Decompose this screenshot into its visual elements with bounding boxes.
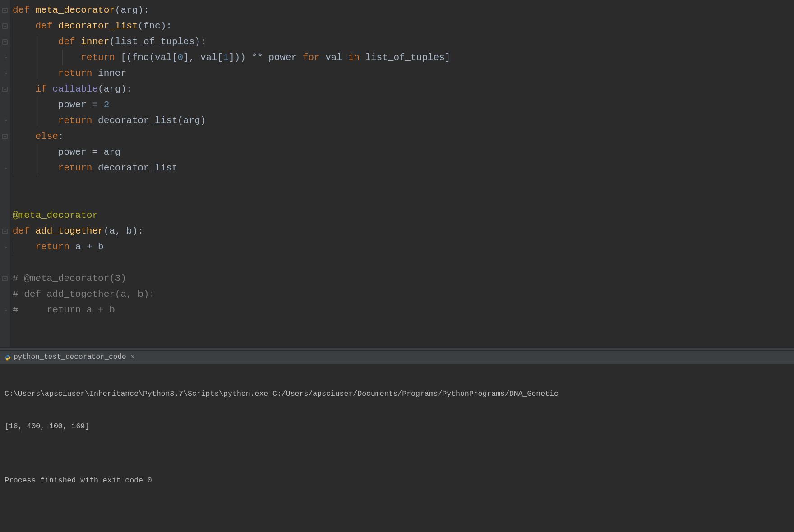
code-token: meta_decorator: [35, 5, 115, 15]
code-token: decorator_list: [92, 163, 177, 173]
fold-marker: [0, 176, 10, 192]
code-token: [13, 163, 58, 173]
code-line[interactable]: return decorator_list: [13, 160, 794, 176]
code-token: [13, 242, 35, 252]
code-token: for: [303, 52, 320, 63]
fold-marker[interactable]: [0, 18, 10, 34]
code-token: [13, 68, 58, 78]
console-result-line: [16, 400, 100, 169]: [5, 421, 789, 432]
code-token: [13, 37, 58, 47]
code-token: b: [126, 226, 132, 236]
code-line[interactable]: def add_together(a, b):: [13, 223, 794, 239]
code-line[interactable]: @meta_decorator: [13, 207, 794, 223]
fold-marker: [0, 207, 10, 223]
code-token: power =: [13, 100, 104, 110]
code-token: def: [13, 226, 35, 236]
code-token: [13, 115, 58, 126]
code-token: in: [348, 52, 360, 63]
code-line[interactable]: [13, 318, 794, 334]
code-line[interactable]: if callable(arg):: [13, 81, 794, 97]
code-token: arg: [120, 5, 138, 15]
code-token: (: [115, 5, 121, 15]
code-line[interactable]: power = 2: [13, 97, 794, 113]
code-line[interactable]: [13, 255, 794, 271]
code-token: a: [109, 226, 115, 236]
code-token: [(fnc(val[: [115, 52, 178, 63]
code-line[interactable]: # return a + b: [13, 302, 794, 318]
code-token: def: [58, 37, 81, 47]
code-line[interactable]: def decorator_list(fnc):: [13, 18, 794, 34]
code-token: add_together: [35, 226, 103, 236]
code-token: # @meta_decorator(3): [13, 273, 126, 284]
code-token: return: [58, 163, 92, 173]
fold-marker[interactable]: [0, 223, 10, 239]
fold-marker[interactable]: [0, 128, 10, 144]
code-token: a + b: [69, 242, 104, 252]
code-line[interactable]: return a + b: [13, 239, 794, 255]
code-token: arg: [104, 84, 121, 94]
code-token: ,: [115, 226, 126, 236]
code-line[interactable]: return inner: [13, 65, 794, 81]
fold-marker: [0, 255, 10, 271]
code-editor[interactable]: def meta_decorator(arg): def decorator_l…: [0, 0, 794, 347]
code-line[interactable]: # @meta_decorator(3): [13, 271, 794, 286]
code-token: return: [35, 242, 69, 252]
code-token: 1: [223, 52, 229, 63]
code-line[interactable]: return decorator_list(arg): [13, 113, 794, 128]
code-line[interactable]: # def add_together(a, b):: [13, 286, 794, 302]
code-token: :: [58, 131, 64, 142]
code-token: fnc: [143, 21, 161, 31]
code-token: if: [35, 84, 52, 94]
code-token: [13, 21, 35, 31]
code-token: (: [109, 37, 115, 47]
code-line[interactable]: [13, 192, 794, 207]
code-token: (: [104, 226, 110, 236]
close-icon[interactable]: ×: [131, 349, 134, 365]
code-line[interactable]: [13, 176, 794, 192]
fold-marker: [0, 302, 10, 318]
code-token: list_of_tuples]: [360, 52, 451, 63]
code-token: # return a + b: [13, 305, 115, 315]
code-token: ):: [120, 84, 132, 94]
code-line[interactable]: power = arg: [13, 144, 794, 160]
code-line[interactable]: def meta_decorator(arg):: [13, 2, 794, 18]
code-token: callable: [52, 84, 98, 94]
code-token: def: [13, 5, 35, 15]
code-token: decorator_list: [58, 21, 138, 31]
code-token: [13, 52, 81, 63]
code-token: ):: [138, 5, 149, 15]
code-line[interactable]: def inner(list_of_tuples):: [13, 34, 794, 50]
fold-marker: [0, 50, 10, 65]
code-token: [13, 84, 35, 94]
fold-marker: [0, 144, 10, 160]
fold-marker: [0, 286, 10, 302]
fold-gutter: [0, 0, 10, 347]
code-line[interactable]: return [(fnc(val[0], val[1])) ** power f…: [13, 50, 794, 65]
code-token: return: [58, 115, 92, 126]
code-token: ):: [194, 37, 206, 47]
code-token: ])) ** power: [229, 52, 303, 63]
python-icon: [5, 354, 11, 361]
code-token: power = arg: [13, 147, 120, 157]
code-content[interactable]: def meta_decorator(arg): def decorator_l…: [10, 0, 794, 347]
console-command-line: C:\Users\apsciuser\Inheritance\Python3.7…: [5, 389, 789, 399]
fold-marker: [0, 160, 10, 176]
fold-marker[interactable]: [0, 2, 10, 18]
run-tab[interactable]: python_test_decorator_code ×: [0, 351, 139, 364]
code-token: ):: [132, 226, 143, 236]
code-token: [13, 131, 35, 142]
code-token: inner: [81, 37, 109, 47]
code-token: val: [320, 52, 348, 63]
code-token: @meta_decorator: [13, 210, 98, 220]
fold-marker[interactable]: [0, 34, 10, 50]
console-output[interactable]: C:\Users\apsciuser\Inheritance\Python3.7…: [0, 364, 794, 532]
code-line[interactable]: else:: [13, 128, 794, 144]
fold-marker[interactable]: [0, 271, 10, 286]
fold-marker[interactable]: [0, 81, 10, 97]
code-token: ], val[: [183, 52, 223, 63]
code-token: list_of_tuples: [115, 37, 194, 47]
fold-marker: [0, 239, 10, 255]
fold-marker: [0, 318, 10, 334]
fold-marker: [0, 65, 10, 81]
code-token: return: [58, 68, 92, 78]
